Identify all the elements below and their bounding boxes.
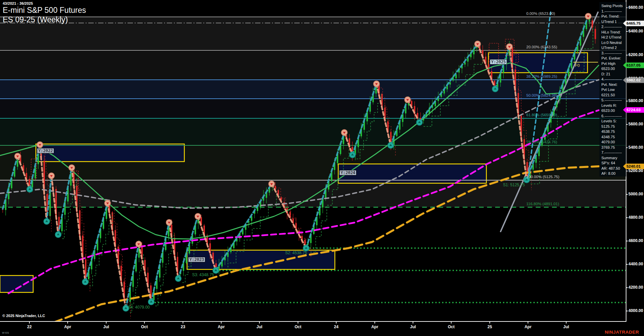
time-axis-tick: [336, 321, 337, 323]
year-box-label: Y:2022: [37, 148, 54, 153]
price-axis-label: 6400.00: [628, 29, 643, 33]
swing-zigzag-line: [139, 244, 151, 302]
time-axis-label: Oct: [448, 325, 455, 329]
candle-body: [467, 58, 468, 62]
price-axis-label: 5800.00: [628, 98, 643, 103]
fib-level-label: 78.60% (5424.76): [526, 140, 557, 144]
fib-level-label: 50.00% (5824.38): [526, 93, 557, 97]
time-axis-tick: [566, 321, 567, 323]
ninjatrader-logo: NINJATRADER: [605, 330, 639, 335]
year-box-label: Y:2024: [339, 170, 356, 175]
year-open-box: [0, 275, 33, 292]
fib-level-label: 100.00% (5125.75): [526, 175, 559, 179]
time-axis-tick: [221, 321, 222, 323]
candle-body: [500, 72, 501, 82]
price-marker-badge: 5724.03: [623, 107, 644, 113]
time-axis-tick: [374, 321, 375, 323]
candle-body: [381, 94, 383, 107]
price-axis-label: 4600.00: [628, 238, 643, 243]
price-axis-label: 4000.00: [628, 308, 643, 313]
fib-level-label: 20.00% (6243.55): [526, 45, 557, 49]
support-level-label: S4: 4079.00: [128, 305, 150, 310]
price-axis-label: 4400.00: [628, 262, 643, 266]
candle-body: [233, 242, 234, 248]
price-axis-label: 5600.00: [628, 122, 643, 126]
time-axis-label: Jul: [256, 325, 262, 329]
time-axis-tick: [528, 321, 528, 323]
instrument-tag: W ES: [2, 331, 9, 334]
chart-subtitle: ES 09-25 (Weekly): [3, 15, 68, 24]
price-marker-badge: 5982.02: [623, 77, 644, 83]
candle-body: [366, 111, 368, 121]
candle-body: [191, 235, 193, 244]
time-axis-label: Jul: [563, 325, 569, 329]
price-axis-tick: [626, 287, 628, 288]
time-axis-label: Apr: [218, 325, 225, 329]
time-axis-tick: [29, 321, 30, 323]
price-axis-tick: [626, 194, 628, 195]
time-axis-label: Apr: [64, 325, 71, 329]
time-axis-tick: [259, 321, 260, 323]
time-axis-tick: [183, 321, 183, 323]
time-axis-tick: [298, 321, 298, 323]
time-axis-tick: [67, 321, 68, 323]
candle-body: [396, 129, 397, 136]
swing-pivots-panel: Swing Pivots 1.-------------- Pvt. Trend…: [599, 2, 626, 176]
year-open-box: [187, 250, 335, 269]
support-level-label: S2: 4538.75: [285, 250, 307, 255]
support-level-label: S1: 5125.75: [503, 183, 525, 187]
price-axis-tick: [626, 241, 628, 241]
swing-zigzag-line: [85, 203, 108, 282]
year-box-label: Y:2025: [490, 59, 507, 65]
time-axis-label: Jul: [410, 325, 416, 329]
price-axis-label: 6200.00: [628, 52, 643, 57]
price-axis-label: 6600.00: [628, 5, 643, 10]
time-axis-tick: [451, 321, 452, 323]
support-level-label: S3: 4348.75: [192, 272, 214, 277]
ninjatrader-chart-window: 43/2021 - 36/2025 E-mini S&P 500 Futures…: [0, 0, 644, 336]
f0-annotation-label: F0: [575, 63, 580, 68]
candle-body: [473, 49, 475, 54]
price-axis-label: 4800.00: [628, 215, 643, 220]
swing-zigzag-line: [169, 222, 178, 279]
time-axis-tick: [489, 321, 490, 323]
time-axis-label: 24: [334, 325, 338, 329]
time-axis-label: Oct: [141, 325, 148, 329]
swing-zigzag-line: [151, 222, 169, 302]
candle-body: [532, 164, 534, 170]
time-axis-tick: [106, 321, 107, 323]
fib-level-label: 116.80% (4891.01): [526, 202, 559, 206]
time-axis-label: 25: [487, 325, 492, 329]
candle-body: [577, 46, 578, 51]
price-axis-tick: [626, 264, 628, 265]
time-axis-label: Apr: [371, 325, 378, 329]
time-axis-tick: [413, 321, 413, 323]
fib-level-label: 38.20% (5989.25): [526, 74, 557, 78]
time-axis-label: 23: [181, 325, 185, 329]
price-axis-tick: [626, 217, 628, 218]
price-marker-badge: 6107.05: [623, 63, 644, 68]
time-axis-label: Oct: [295, 325, 301, 329]
candle-body: [61, 217, 63, 231]
price-axis-label: 4200.00: [628, 285, 643, 290]
fib-level-label: 61.80% (5659.50): [526, 113, 557, 117]
price-marker-badge: 5240.01: [623, 164, 644, 169]
candle-body: [595, 29, 596, 39]
swing-zigzag-line: [108, 203, 126, 308]
candle-body: [144, 260, 145, 273]
price-axis-tick: [626, 311, 628, 311]
time-axis-label: Apr: [525, 325, 532, 329]
price-axis-label: 5000.00: [628, 192, 643, 196]
time-axis-label: 22: [27, 325, 31, 329]
fib-level-label: 0.00% (6523.00): [526, 11, 555, 16]
time-axis-label: Jul: [103, 325, 109, 329]
year-box-label: Y:2023: [188, 257, 205, 262]
chart-title: E-mini S&P 500 Futures: [3, 6, 86, 15]
price-axis-label: 5400.00: [628, 145, 643, 150]
time-axis[interactable]: [0, 321, 626, 322]
candle-body: [538, 147, 539, 156]
copyright-text: © 2025 NinjaTrader, LLC: [2, 314, 45, 318]
price-marker-badge: 6465.75: [623, 21, 644, 26]
chart-range-label: 43/2021 - 36/2025: [3, 1, 33, 5]
time-axis-tick: [144, 321, 145, 323]
